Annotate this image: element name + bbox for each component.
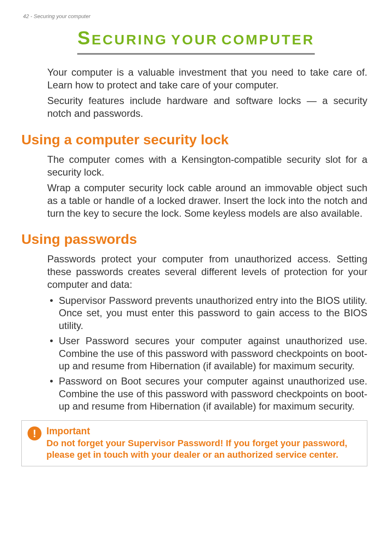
important-callout: ! Important Do not forget your Superviso…: [21, 420, 367, 466]
section2-paragraph-1: Passwords protect your computer from una…: [47, 253, 367, 291]
passwords-bullet-list: Supervisor Password prevents unauthorize…: [47, 294, 367, 413]
callout-title: Important: [46, 426, 361, 437]
list-item: Password on Boot secures your computer a…: [47, 375, 367, 413]
list-item: Supervisor Password prevents unauthorize…: [47, 294, 367, 332]
section1-paragraph-2: Wrap a computer security lock cable arou…: [47, 182, 367, 220]
page-header: 42 - Securing your computer: [0, 0, 392, 19]
list-item: User Password secures your computer agai…: [47, 335, 367, 373]
callout-content: Important Do not forget your Supervisor …: [46, 426, 361, 460]
title-cap-s: S: [77, 27, 92, 49]
callout-body: Do not forget your Supervisor Password! …: [46, 438, 361, 460]
title-word-computer: COMPUTER: [221, 32, 315, 47]
title-word-securing: ECURING: [92, 32, 168, 47]
main-title-wrap: SECURING YOUR COMPUTER: [0, 27, 392, 55]
title-word-your: YOUR: [171, 32, 218, 47]
warning-icon: !: [28, 426, 42, 440]
page-title: SECURING YOUR COMPUTER: [77, 27, 314, 55]
header-section-name: Securing your computer: [34, 13, 90, 19]
section-heading-security-lock: Using a computer security lock: [21, 132, 367, 148]
section-heading-passwords: Using passwords: [21, 231, 367, 247]
section1-paragraph-1: The computer comes with a Kensington-com…: [47, 153, 367, 178]
intro-paragraph-2: Security features include hardware and s…: [47, 95, 367, 120]
page-number: 42: [23, 13, 29, 19]
intro-paragraph-1: Your computer is a valuable investment t…: [47, 66, 367, 91]
